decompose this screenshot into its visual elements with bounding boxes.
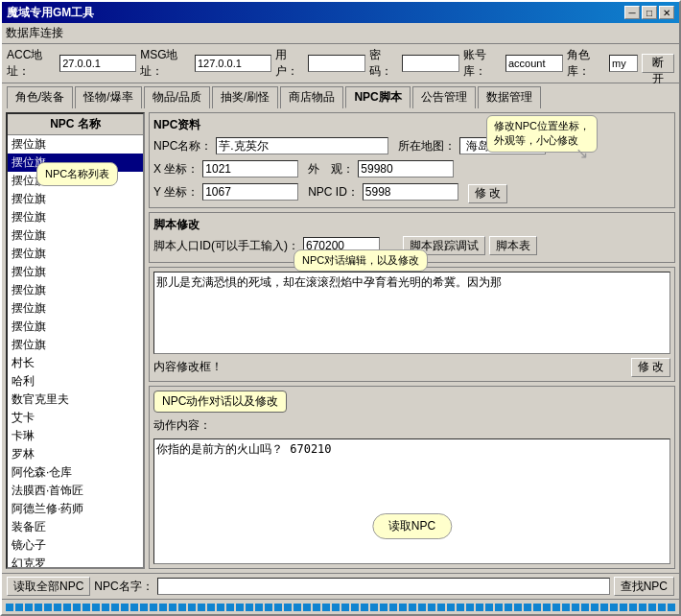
npc-y-input[interactable] (202, 183, 298, 201)
tab-costume[interactable]: 角色/装备 (7, 86, 73, 108)
user-input[interactable] (308, 55, 365, 72)
status-bar (2, 599, 679, 614)
npc-name-bottom-input[interactable] (157, 578, 610, 595)
npc-appear-input[interactable] (358, 160, 454, 178)
npc-info-modify-button[interactable]: 修 改 (468, 184, 507, 203)
list-item[interactable]: 摆位旗 (8, 299, 143, 318)
list-item[interactable]: 阿伦森·仓库 (8, 463, 143, 482)
msg-input[interactable] (195, 55, 271, 72)
role-input[interactable] (609, 55, 638, 72)
bottom-bar: 读取全部NPC NPC名字： 查找NPC (2, 573, 679, 599)
list-item[interactable]: 摆位旗 (8, 208, 143, 226)
pwd-label: 密码： (369, 47, 398, 80)
npc-name-bottom-label: NPC名字： (94, 579, 153, 595)
close-button[interactable]: ✕ (659, 6, 674, 19)
main-window: 魔域专用GM工具 ─ □ ✕ 数据库连接 ACC地址： MSG地址： 用户： 密… (0, 0, 681, 616)
script-section: 脚本修改 脚本人口ID(可以手工输入)： 脚本跟踪调试 脚本表 NPC对话编辑，… (149, 212, 675, 263)
npc-info-section: NPC资料 NPC名称： 所在地图： 海岛片区 X 坐标： (149, 112, 675, 208)
npc-id-label: NPC ID： (308, 184, 359, 201)
list-item[interactable]: 数官克里夫 (8, 391, 143, 409)
npc-appear-label: 外 观： (308, 161, 354, 178)
script-table-button[interactable]: 脚本表 (489, 236, 537, 255)
list-item[interactable]: 摆位旗 (8, 318, 143, 336)
list-item[interactable]: 摆位旗 (8, 190, 143, 208)
list-item[interactable]: 哈利 (8, 372, 143, 391)
action-textarea[interactable]: 你指的是前方的火山吗？ 670210 (153, 438, 670, 564)
list-item[interactable]: 装备匠 (8, 518, 143, 536)
tab-data[interactable]: 数据管理 (478, 86, 541, 108)
right-panel: NPC资料 NPC名称： 所在地图： 海岛片区 X 坐标： (149, 112, 675, 569)
find-npc-button[interactable]: 查找NPC (614, 577, 674, 596)
list-item[interactable]: 摆位旗 (8, 281, 143, 299)
dialog-modify-button[interactable]: 修 改 (631, 358, 670, 377)
list-item[interactable]: 罗林 (8, 445, 143, 463)
npc-name-input[interactable] (216, 137, 388, 154)
tab-bar: 角色/装备 怪物/爆率 物品/品质 抽奖/刷怪 商店物品 NPC脚本 公告管理 … (2, 83, 679, 108)
tab-lottery[interactable]: 抽奖/刷怪 (212, 86, 278, 108)
tab-announce[interactable]: 公告管理 (412, 86, 476, 108)
list-item[interactable]: 镜心子 (8, 536, 143, 555)
npc-list-body[interactable]: 摆位旗 摆位旗 摆位旗 摆位旗 摆位旗 摆位旗 摆位旗 摆位旗 摆位旗 摆位旗 … (8, 135, 143, 567)
npc-name-row: NPC名称： (153, 137, 388, 154)
list-item[interactable]: 阿德兰修·药师 (8, 500, 143, 518)
read-all-npc-button[interactable]: 读取全部NPC (7, 577, 90, 596)
list-item[interactable]: 艾卡 (8, 409, 143, 427)
list-item[interactable]: 摆位旗 (8, 336, 143, 354)
list-item[interactable]: 法膜西·首饰匠 (8, 482, 143, 500)
npc-list-callout: NPC名称列表 (36, 162, 118, 186)
list-item[interactable]: 卡琳 (8, 427, 143, 445)
action-section: NPC动作对话以及修改 动作内容： 你指的是前方的火山吗？ 670210 读取N… (149, 386, 675, 569)
maximize-button[interactable]: □ (642, 6, 657, 19)
acc-bar: ACC地址： MSG地址： 用户： 密码： 账号库： 角色库： 断开 (2, 44, 679, 83)
npc-x-label: X 坐标： (153, 161, 199, 178)
map-callout-arrow: ↘ (575, 144, 588, 162)
menu-item-db[interactable]: 数据库连接 (6, 26, 63, 39)
acc-label: ACC地址： (7, 47, 56, 80)
user-label: 用户： (275, 47, 304, 80)
menu-bar: 数据库连接 (2, 23, 679, 44)
action-title: NPC动作对话以及修改 (153, 391, 287, 413)
connect-button[interactable]: 断开 (642, 54, 674, 73)
acc-input[interactable] (59, 55, 136, 72)
tab-npc[interactable]: NPC脚本 (345, 86, 410, 108)
tab-item[interactable]: 物品/品质 (144, 86, 210, 108)
npc-y-row: Y 坐标： (153, 183, 298, 201)
npc-map-label: 所在地图： (398, 138, 456, 154)
npc-list-panel: NPC 名称 摆位旗 摆位旗 摆位旗 摆位旗 摆位旗 摆位旗 摆位旗 摆位旗 摆… (6, 112, 145, 569)
npc-id-input[interactable] (363, 183, 458, 201)
title-bar: 魔域专用GM工具 ─ □ ✕ (2, 2, 679, 23)
msg-label: MSG地址： (140, 47, 191, 80)
content-modify-label: 内容修改框！ (153, 359, 223, 375)
list-item[interactable]: 村长 (8, 354, 143, 372)
dialog-callout: NPC对话编辑，以及修改 (294, 249, 428, 272)
role-label: 角色库： (567, 47, 605, 80)
npc-id-row: NPC ID： (308, 183, 458, 201)
tab-monster[interactable]: 怪物/爆率 (75, 86, 141, 108)
tab-shop[interactable]: 商店物品 (280, 86, 343, 108)
account-input[interactable] (505, 55, 563, 72)
read-npc-callout: 读取NPC (372, 513, 452, 539)
npc-name-label: NPC名称： (153, 138, 212, 154)
npc-x-row: X 坐标： (153, 160, 298, 178)
pwd-input[interactable] (402, 55, 459, 72)
status-progress (6, 604, 675, 611)
dialog-section: 那儿是充满恐惧的死域，却在滚滚烈焰中孕育着光明的希冀。因为那 内容修改框！ 修 … (149, 267, 675, 382)
npc-appear-row: 外 观： (308, 160, 454, 178)
list-item[interactable]: 摆位旗 (8, 245, 143, 263)
window-title: 魔域专用GM工具 (7, 5, 94, 21)
list-item[interactable]: 摆位旗 (8, 226, 143, 245)
npc-list-header: NPC 名称 (8, 114, 143, 135)
main-content: NPC 名称 摆位旗 摆位旗 摆位旗 摆位旗 摆位旗 摆位旗 摆位旗 摆位旗 摆… (2, 108, 679, 573)
script-input-label: 脚本人口ID(可以手工输入)： (153, 238, 299, 254)
script-title: 脚本修改 (153, 217, 670, 233)
minimize-button[interactable]: ─ (624, 6, 640, 19)
dialog-textarea[interactable]: 那儿是充满恐惧的死域，却在滚滚烈焰中孕育着光明的希冀。因为那 (153, 272, 670, 354)
account-label: 账号库： (463, 47, 502, 80)
list-item[interactable]: 幻克罗 (8, 555, 143, 567)
npc-y-label: Y 坐标： (153, 184, 199, 201)
list-item[interactable]: 摆位旗 (8, 135, 143, 154)
list-item[interactable]: 摆位旗 (8, 263, 143, 281)
action-content-label: 动作内容： (153, 417, 670, 434)
npc-x-input[interactable] (202, 160, 298, 178)
title-bar-buttons: ─ □ ✕ (624, 6, 674, 19)
